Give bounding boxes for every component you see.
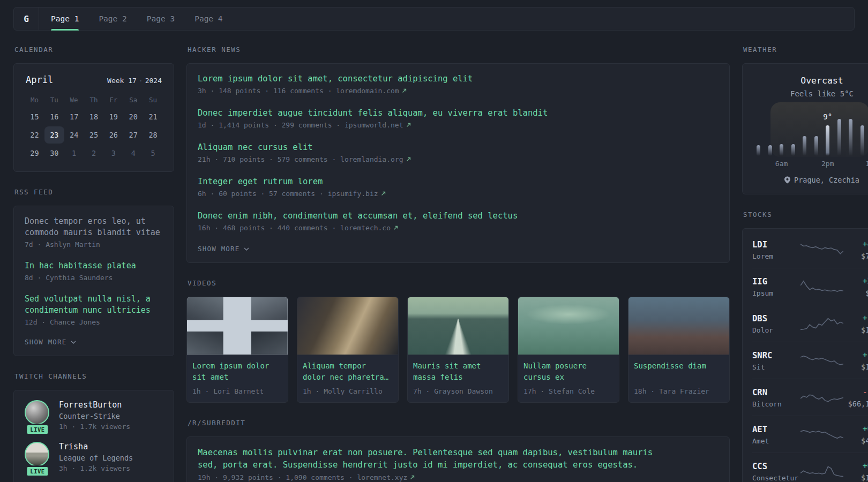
- stock-price: $165.84: [843, 473, 868, 482]
- stock-row[interactable]: LDI Lorem +4.35% $795.18: [752, 231, 868, 268]
- feed-item-title[interactable]: Donec imperdiet augue tincidunt felis al…: [198, 108, 719, 119]
- video-title[interactable]: Nullam posuere cursus ex: [523, 360, 613, 383]
- video-title[interactable]: Mauris sit amet massa felis: [413, 360, 503, 383]
- stock-change: +0.92%: [843, 424, 868, 434]
- feed-item-meta: 7d · Ashlyn Martin: [25, 240, 163, 248]
- sparkline-chart: [800, 462, 843, 481]
- video-meta: 17h · Stefan Cole: [523, 387, 613, 395]
- post-title[interactable]: Maecenas mollis pulvinar erat non posuer…: [198, 447, 669, 471]
- feed-item-meta: 8d · Cynthia Saunders: [25, 274, 163, 282]
- feed-item-title[interactable]: Sed volutpat nulla nisl, a condimentum n…: [25, 293, 163, 316]
- video-card[interactable]: Mauris sit amet massa felis 7h · Grayson…: [407, 297, 509, 403]
- twitch-channel-meta: 3h · 1.2k viewers: [59, 464, 133, 472]
- rss-show-more[interactable]: SHOW MORE: [25, 338, 163, 346]
- avatar: [25, 400, 49, 425]
- page-tab[interactable]: Page 1: [51, 7, 79, 30]
- stock-symbol[interactable]: CCS: [752, 462, 800, 471]
- calendar-day: 25: [84, 126, 104, 144]
- stock-name: Amet: [752, 437, 800, 445]
- calendar-weekday-label: Fr: [103, 93, 123, 107]
- sparkline-chart: [800, 425, 843, 445]
- video-card[interactable]: Nullam posuere cursus ex 17h · Stefan Co…: [518, 297, 619, 403]
- sparkline-chart: [800, 314, 843, 334]
- video-card[interactable]: Lorem ipsum dolor sit amet consectetu… 1…: [186, 297, 288, 403]
- hacker-news-show-more[interactable]: SHOW MORE: [198, 245, 719, 253]
- video-title[interactable]: Lorem ipsum dolor sit amet consectetu…: [192, 360, 282, 383]
- video-cards-row: Lorem ipsum dolor sit amet consectetu… 1…: [186, 297, 730, 403]
- feed-item-title[interactable]: Donec enim nibh, condimentum et accumsan…: [198, 210, 719, 222]
- stock-row[interactable]: CCS Consectetur +0.51% $165.84: [752, 453, 868, 482]
- hacker-news-widget-title: HACKER NEWS: [188, 46, 730, 54]
- stock-row[interactable]: AET Amet +0.92% $499.72: [752, 416, 868, 453]
- external-link-icon[interactable]: [381, 191, 386, 196]
- stock-sparkline: [800, 240, 843, 260]
- video-title[interactable]: Aliquam tempor dolor nec pharetra…: [303, 360, 393, 383]
- external-link-icon[interactable]: [406, 157, 411, 162]
- stock-symbol[interactable]: AET: [752, 425, 800, 434]
- twitch-channel-meta: 1h · 1.7k viewers: [59, 423, 130, 431]
- calendar-day: 20: [123, 108, 143, 125]
- video-title[interactable]: Suspendisse diam: [634, 360, 724, 383]
- calendar-day: 5: [143, 145, 163, 162]
- subreddit-widget: /R/SUBREDDIT Maecenas mollis pulvinar er…: [186, 419, 730, 482]
- weather-location: Prague, Czechia: [753, 176, 868, 184]
- video-card[interactable]: Suspendisse diam 18h · Tara Frazier: [628, 297, 730, 403]
- stock-change: +0.51%: [843, 461, 868, 471]
- stock-values: +0.92% $499.72: [843, 424, 868, 445]
- feed-item-title[interactable]: Lorem ipsum dolor sit amet, consectetur …: [198, 73, 719, 85]
- feed-item-title[interactable]: Integer eget rutrum lorem: [198, 176, 719, 187]
- stock-name: Dolor: [752, 326, 800, 334]
- feed-item-title[interactable]: In hac habitasse platea: [25, 260, 163, 272]
- stock-symbol[interactable]: LDI: [752, 240, 800, 250]
- weather-bar: [803, 136, 806, 156]
- separator-dot: ·: [137, 77, 145, 85]
- stock-sparkline: [800, 277, 843, 297]
- feed-item: Donec imperdiet augue tincidunt felis al…: [198, 108, 719, 129]
- video-thumbnail: [297, 297, 398, 355]
- calendar-weekday-label: Tu: [44, 93, 64, 107]
- calendar-day-selected: 23: [44, 126, 64, 144]
- twitch-channel-name[interactable]: ForrestBurton: [59, 400, 130, 410]
- app-logo[interactable]: G: [14, 7, 39, 30]
- stock-row[interactable]: IIG Ipsum +2.84% $42.04: [752, 268, 868, 305]
- twitch-channel-name[interactable]: Trisha: [59, 442, 133, 451]
- feed-item-title[interactable]: Donec tempor eros leo, ut commodo mauris…: [25, 216, 163, 238]
- stock-row[interactable]: DBS Dolor +1.42% $156.28: [752, 305, 868, 342]
- external-link-icon[interactable]: [406, 123, 411, 127]
- stock-row[interactable]: CRN Bitcorn -1.00% $66,171.48: [752, 379, 868, 416]
- stock-row[interactable]: SNRC Sit +1.36% $148.64: [752, 342, 868, 379]
- page-tab[interactable]: Page 2: [99, 7, 126, 30]
- show-more-label: SHOW MORE: [198, 245, 240, 253]
- stock-symbol[interactable]: DBS: [752, 314, 800, 323]
- twitch-box: LIVE ForrestBurton Counter-Strike 1h · 1…: [13, 390, 174, 482]
- stock-name: Sit: [752, 363, 800, 371]
- stock-change: +2.84%: [843, 276, 868, 286]
- calendar-day: 19: [103, 108, 123, 125]
- page-tab[interactable]: Page 4: [194, 7, 222, 30]
- stock-symbol[interactable]: SNRC: [752, 351, 800, 360]
- weather-location-text: Prague, Czechia: [794, 176, 859, 184]
- external-link-icon[interactable]: [393, 225, 398, 230]
- calendar-week-year: Week 17·2024: [107, 77, 162, 85]
- stock-symbol[interactable]: CRN: [752, 388, 800, 397]
- feed-item-meta: 12d · Chance Jones: [25, 318, 163, 326]
- stock-price: $42.04: [843, 289, 868, 297]
- stock-symbol[interactable]: IIG: [752, 277, 800, 287]
- feed-item-meta: 21h · 710 points · 579 comments · loreml…: [198, 155, 719, 163]
- calendar-day: 3: [103, 145, 123, 162]
- stock-values: +4.35% $795.18: [843, 239, 868, 260]
- feed-item-meta-text: 1d · 1,414 points · 299 comments · ipsum…: [198, 121, 403, 129]
- stock-values: +0.51% $165.84: [843, 461, 868, 482]
- external-link-icon[interactable]: [410, 475, 415, 480]
- external-link-icon[interactable]: [402, 88, 407, 93]
- video-card[interactable]: Aliquam tempor dolor nec pharetra… 1h · …: [297, 297, 399, 403]
- weather-bar: [780, 144, 783, 156]
- dashboard-grid: CALENDAR April Week 17·2024 MoTuWeThFrSa…: [0, 31, 868, 482]
- page-tab[interactable]: Page 3: [147, 7, 175, 30]
- rss-widget: RSS FEED Donec tempor eros leo, ut commo…: [13, 188, 174, 356]
- twitch-channel-row[interactable]: LIVE Trisha League of Legends 3h · 1.2k …: [25, 442, 163, 472]
- stock-change: +1.36%: [843, 350, 868, 360]
- feed-item-title[interactable]: Aliquam nec cursus elit: [198, 142, 719, 153]
- twitch-channel-row[interactable]: LIVE ForrestBurton Counter-Strike 1h · 1…: [25, 400, 163, 431]
- video-thumbnail: [408, 297, 508, 355]
